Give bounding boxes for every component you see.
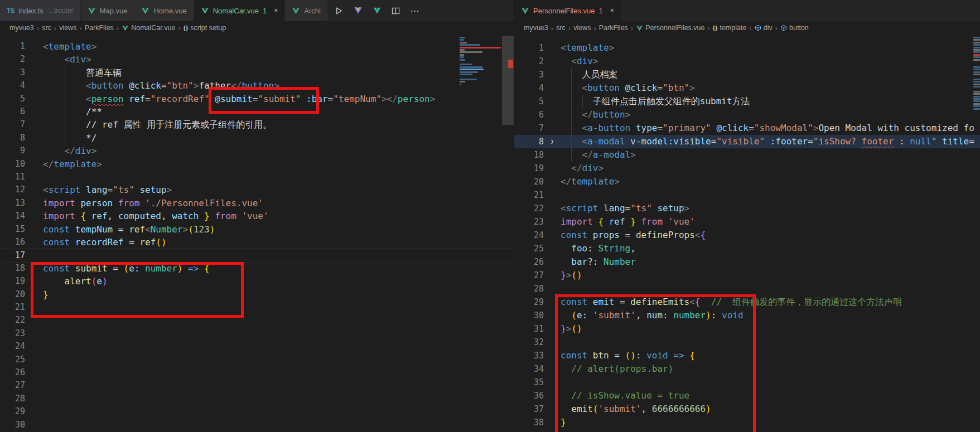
code-line-27[interactable]: 27 (0, 379, 514, 392)
minimap-line (973, 98, 980, 100)
code-line-23[interactable]: 23 (0, 327, 514, 340)
code-line-22[interactable]: 22 (0, 314, 514, 327)
scrollbar-left-editor[interactable] (502, 35, 514, 432)
code-line-1[interactable]: 1<template> (514, 41, 980, 55)
code-line-1[interactable]: 1<template> (0, 40, 514, 53)
indent-guide (65, 79, 65, 92)
minimap-line (460, 39, 464, 41)
tab-map-vue[interactable]: Map.vue (81, 0, 135, 21)
code-line-39[interactable]: 39 (514, 429, 980, 432)
breadcrumb-item[interactable]: ParkFiles (85, 24, 114, 32)
tab-home-vue[interactable]: Home.vue (134, 0, 194, 21)
code-line-3[interactable]: 3 人员档案 (514, 68, 980, 81)
editor-group-divider[interactable] (514, 0, 514, 432)
tab-nomalcar-vue[interactable]: NomalCar.vue1× (194, 0, 286, 21)
breadcrumb-item[interactable]: {}script setup (184, 24, 226, 32)
code-line-25[interactable]: 25 foo: String, (514, 242, 980, 255)
code-line-8[interactable]: 8 */ (0, 132, 514, 144)
code-line-7[interactable]: 7 // ref 属性 用于注册元素或子组件的引用。 (0, 118, 514, 131)
code-line-24[interactable]: 24 (0, 340, 514, 353)
close-icon[interactable]: × (274, 7, 278, 14)
code-line-5[interactable]: 5 <person ref="recordRef" @submit="submi… (0, 93, 514, 105)
tab-personnelfiles-vue[interactable]: PersonnelFiles.vue1× (514, 0, 621, 21)
code-line-14[interactable]: 14import { ref, computed, watch } from '… (0, 210, 514, 222)
breadcrumb-item[interactable]: NomalCar.vue (122, 24, 175, 32)
line-number: 26 (0, 366, 25, 379)
code-editor-right[interactable]: 1<template>2 <div>3 人员档案4 <button @click… (514, 35, 980, 432)
breadcrumb-item[interactable]: src (556, 24, 566, 32)
tab-index-ts[interactable]: TSindex.ts...\router (0, 0, 81, 21)
code-line-19[interactable]: 19 </div> (514, 162, 980, 175)
fold-chevron-icon[interactable]: ❯ (551, 135, 554, 148)
code-line-26[interactable]: 26 (0, 366, 514, 379)
breadcrumb-item[interactable]: button (780, 24, 809, 32)
code-line-21[interactable]: 21 (514, 188, 980, 202)
scrollbar-slider[interactable] (502, 36, 514, 125)
code-line-24[interactable]: 24const props = defineProps<{ (514, 229, 980, 242)
code-line-38[interactable]: 38} (514, 416, 980, 429)
code-line-23[interactable]: 23import { ref } from 'vue' (514, 215, 980, 229)
code-line-22[interactable]: 22<script lang="ts" setup> (514, 202, 980, 215)
more-actions-button[interactable]: ⋯ (409, 5, 421, 16)
code-line-27[interactable]: 27}>() (514, 269, 980, 282)
vue-devtools-icon[interactable] (371, 5, 383, 16)
close-icon[interactable]: × (610, 7, 614, 14)
breadcrumb-item[interactable]: ParkFiles (599, 24, 628, 32)
code-line-13[interactable]: 13import person from './PersonnelFiles.v… (0, 197, 514, 210)
breadcrumb-item[interactable]: {}template (713, 24, 747, 32)
breadcrumb-item[interactable]: src (42, 24, 51, 32)
code-line-25[interactable]: 25 (0, 353, 514, 366)
code-line-19[interactable]: 19 alert(e) (0, 275, 514, 288)
code-line-29[interactable]: 29const emit = defineEmits<{ // 组件触发的事件，… (514, 295, 980, 309)
breadcrumb-item[interactable]: myvue3 (524, 24, 548, 32)
code-line-7[interactable]: 7 <a-button type="primary" @click="showM… (514, 122, 980, 135)
code-line-17[interactable]: 17 (0, 249, 514, 263)
breadcrumb-item[interactable]: views (59, 24, 76, 32)
code-editor-left[interactable]: 1<template>2 <div>3 普通车辆4 <button @click… (0, 35, 514, 432)
code-line-4[interactable]: 4 <button @click="btn"> (514, 81, 980, 95)
code-line-10[interactable]: 10</template> (0, 158, 514, 171)
code-line-28[interactable]: 28 (0, 392, 514, 405)
code-line-36[interactable]: 36 // isShow.value = true (514, 389, 980, 402)
code-line-34[interactable]: 34 // alert(props.bar) (514, 362, 980, 376)
code-line-18[interactable]: 18const submit = (e: number) => { (0, 262, 514, 275)
breadcrumb-item[interactable]: myvue3 (9, 24, 34, 32)
code-line-20[interactable]: 20} (0, 288, 514, 301)
code-line-30[interactable]: 30 (e: 'submit', num: number): void (514, 309, 980, 322)
code-line-12[interactable]: 12<script lang="ts" setup> (0, 183, 514, 196)
breadcrumb-item[interactable]: views (573, 24, 591, 32)
code-line-15[interactable]: 15const tempNum = ref<Number>(123) (0, 223, 514, 236)
code-line-21[interactable]: 21 (0, 301, 514, 314)
run-button[interactable] (334, 5, 345, 16)
code-line-16[interactable]: 16const recordRef = ref() (0, 236, 514, 249)
tab-archi[interactable]: Archi (285, 0, 328, 21)
code-line-31[interactable]: 31}>() (514, 322, 980, 336)
code-line-32[interactable]: 32 (514, 336, 980, 349)
code-line-28[interactable]: 28 (514, 282, 980, 295)
code-line-29[interactable]: 29 (0, 405, 514, 418)
indent-guide (571, 135, 572, 148)
code-line-6[interactable]: 6 </button> (514, 108, 980, 122)
code-line-11[interactable]: 11 (0, 171, 514, 183)
code-line-3[interactable]: 3 普通车辆 (0, 66, 514, 79)
breadcrumb-item[interactable]: div (755, 24, 773, 32)
code-line-2[interactable]: 2 <div> (514, 55, 980, 68)
code-line-6[interactable]: 6 /** (0, 105, 514, 118)
code-line-37[interactable]: 37 emit('submit', 6666666666) (514, 402, 980, 416)
code-line-4[interactable]: 4 <button @click="btn">father</button> (0, 79, 514, 92)
code-line-5[interactable]: 5 子组件点击后触发父组件的submit方法 (514, 95, 980, 108)
line-number: 25 (0, 353, 25, 366)
code-line-2[interactable]: 2 <div> (0, 53, 514, 66)
code-line-8[interactable]: 8❯ <a-modal v-model:visible="visible" :f… (514, 135, 980, 148)
breadcrumb-item[interactable]: PersonnelFiles.vue (636, 24, 704, 32)
code-line-18[interactable]: 18 </a-modal> (514, 148, 980, 162)
code-line-35[interactable]: 35 (514, 376, 980, 389)
code-line-30[interactable]: 30 (0, 419, 514, 431)
code-line-20[interactable]: 20</template> (514, 175, 980, 188)
code-text: (e: 'submit', num: number): void (561, 309, 744, 322)
volar-icon[interactable] (353, 5, 364, 16)
code-line-33[interactable]: 33const btn = (): void => { (514, 349, 980, 362)
code-line-9[interactable]: 9 </div> (0, 144, 514, 157)
code-line-26[interactable]: 26 bar?: Number (514, 255, 980, 269)
split-editor-button[interactable] (390, 5, 402, 16)
